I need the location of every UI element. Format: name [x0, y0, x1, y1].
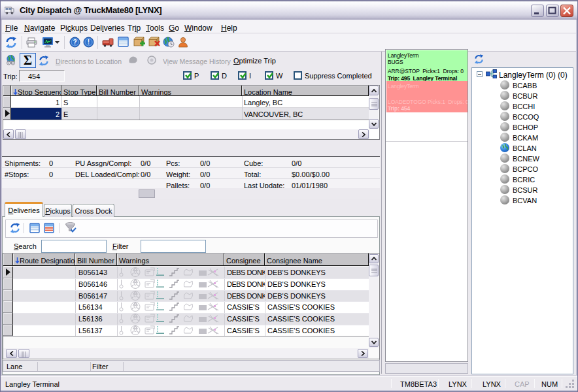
svg-text:!: ! [88, 39, 90, 46]
svg-text:?: ? [73, 39, 76, 46]
